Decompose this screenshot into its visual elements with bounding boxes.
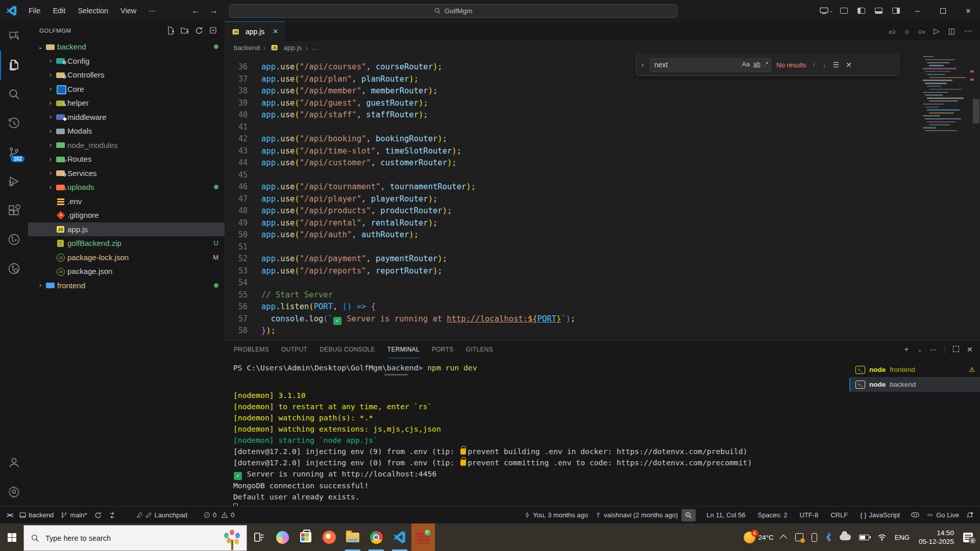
panel-tab-problems[interactable]: PROBLEMS xyxy=(234,341,269,358)
code-line-49[interactable]: 49app.use("/api/rental", rentalRouter); xyxy=(225,217,980,230)
tree-item-package-lock-json[interactable]: package-lock.jsonM xyxy=(28,251,225,265)
tree-item-backend[interactable]: ⌄backend xyxy=(28,40,225,54)
toggle-sidebar-icon[interactable] xyxy=(853,4,869,18)
menu-view[interactable]: View xyxy=(115,5,141,17)
breadcrumb-appjs[interactable]: app.js xyxy=(284,44,302,52)
menu-file[interactable]: File xyxy=(23,5,45,17)
activity-settings-icon[interactable] xyxy=(0,477,28,506)
find-in-selection-icon[interactable]: ☰ xyxy=(833,61,840,69)
panel-tab-ports[interactable]: PORTS xyxy=(432,341,454,358)
tree-item-package-json[interactable]: package.json xyxy=(28,264,225,279)
menu-more-button[interactable]: ⋯ xyxy=(143,5,161,17)
layout-grid-icon[interactable] xyxy=(836,4,851,18)
chrome-icon[interactable] xyxy=(364,523,388,551)
new-file-icon[interactable] xyxy=(166,27,175,35)
activity-gitlens-icon[interactable] xyxy=(0,254,28,283)
code-line-51[interactable]: 51 xyxy=(225,241,980,254)
workspace-indicator[interactable]: backend xyxy=(16,509,57,521)
regex-icon[interactable]: .* xyxy=(764,61,768,68)
editor-scrollbar[interactable] xyxy=(973,99,979,123)
code-line-42[interactable]: 42app.use("/api/booking", bookingRouter)… xyxy=(225,133,980,145)
tree-item-app-js[interactable]: app.js xyxy=(28,222,225,237)
tree-item-uploads[interactable]: ›uploads xyxy=(28,180,225,194)
problems-indicator[interactable]: 0 0 xyxy=(200,509,238,521)
chevron-right-icon[interactable]: › xyxy=(45,156,56,163)
chevron-right-icon[interactable]: › xyxy=(35,282,45,289)
code-line-47[interactable]: 47app.use("/api/player", playerRouter); xyxy=(225,193,980,206)
launchpad-indicator[interactable]: Launchpad xyxy=(133,509,191,521)
phone-link-icon[interactable] xyxy=(807,523,821,551)
code-line-38[interactable]: 38app.use("/api/member", memberRouter); xyxy=(225,85,980,97)
breadcrumb-backend[interactable]: backend xyxy=(234,44,260,52)
code-line-50[interactable]: 50app.use("/api/auth", authRouter); xyxy=(225,229,980,241)
sync-changes-icon[interactable] xyxy=(91,509,105,521)
code-editor[interactable]: 36app.use("/api/courses", courseRouter);… xyxy=(225,54,980,340)
minimap[interactable] xyxy=(923,56,972,137)
tree-item-node-modules[interactable]: ›node_modules xyxy=(28,138,225,153)
code-line-43[interactable]: 43app.use("/api/time-slot", timeSlotRout… xyxy=(225,145,980,158)
panel-tab-terminal[interactable]: TERMINAL xyxy=(387,341,420,358)
code-line-54[interactable]: 54 xyxy=(225,277,980,289)
code-line-52[interactable]: 52app.use("/api/payment", paymentRouter)… xyxy=(225,253,980,265)
chevron-right-icon[interactable]: › xyxy=(45,169,56,177)
bluetooth-icon[interactable] xyxy=(821,523,836,551)
code-line-58[interactable]: 58}); xyxy=(225,325,980,337)
chevron-right-icon[interactable]: › xyxy=(45,85,56,92)
find-expand-icon[interactable]: › xyxy=(641,61,645,68)
blame-indicator[interactable]: You, 3 months ago xyxy=(521,509,592,521)
tree-item-config[interactable]: ›Config xyxy=(28,54,225,68)
whole-word-icon[interactable]: ab xyxy=(753,61,761,68)
panel-more-icon[interactable]: ⋯ xyxy=(930,345,937,354)
terminal-output[interactable]: PS C:\Users\Admin\Desktop\GolfMgm\backen… xyxy=(225,358,849,506)
notification-center-icon[interactable]: 6 xyxy=(959,523,980,551)
go-live-indicator[interactable]: Go Live xyxy=(923,509,963,521)
find-previous-icon[interactable]: ↑ xyxy=(813,61,816,69)
encoding-indicator[interactable]: UTF-8 xyxy=(796,509,822,521)
start-button[interactable] xyxy=(0,523,23,551)
maximize-button[interactable] xyxy=(931,0,954,21)
chevron-right-icon[interactable]: › xyxy=(45,113,56,120)
next-change-icon[interactable]: ○› xyxy=(918,27,925,36)
terminal-instance-backend[interactable]: >_nodebackend xyxy=(849,377,980,392)
tree-item--env[interactable]: .env xyxy=(28,194,225,209)
activity-search-icon[interactable] xyxy=(0,80,28,109)
split-editor-icon[interactable]: ◫ xyxy=(948,27,955,36)
copilot-status-icon[interactable] xyxy=(908,509,923,521)
maximize-panel-icon[interactable] xyxy=(953,345,959,354)
code-line-44[interactable]: 44app.use("/api/customer", customerRoute… xyxy=(225,157,980,169)
taskbar-search[interactable]: Type here to search xyxy=(23,525,247,551)
toggle-secondary-sidebar-icon[interactable] xyxy=(888,4,903,18)
compare-changes-icon[interactable] xyxy=(105,509,119,521)
activity-accounts-icon[interactable] xyxy=(0,448,28,477)
firewall-app-icon[interactable] xyxy=(411,523,435,551)
breadcrumb-symbol[interactable]: … xyxy=(311,44,318,52)
tab-appjs[interactable]: app.js ✕ xyxy=(225,21,285,41)
indentation-indicator[interactable]: Spaces: 2 xyxy=(754,509,791,521)
microsoft-store-icon[interactable] xyxy=(294,523,317,551)
cursor-position-indicator[interactable]: Ln 11, Col 56 xyxy=(703,509,749,521)
task-view-button[interactable] xyxy=(247,523,271,551)
language-indicator[interactable]: { } JavaScript xyxy=(856,509,903,521)
tree-item-modals[interactable]: ›Modals xyxy=(28,124,225,138)
minimize-button[interactable]: ─ xyxy=(905,0,929,21)
editor-more-actions-icon[interactable]: ⋯ xyxy=(964,27,972,36)
tab-close-icon[interactable]: ✕ xyxy=(273,28,278,35)
chevron-right-icon[interactable]: › xyxy=(45,184,56,191)
code-line-41[interactable]: 41 xyxy=(225,121,980,134)
chevron-right-icon[interactable]: › xyxy=(45,71,56,79)
copilot-taskbar-icon[interactable] xyxy=(271,523,294,551)
postman-icon[interactable] xyxy=(317,523,341,551)
prev-change-icon[interactable]: ‹○ xyxy=(889,27,896,36)
find-close-icon[interactable]: ✕ xyxy=(846,61,852,69)
remote-indicator[interactable]: >< xyxy=(3,509,16,521)
chevron-right-icon[interactable]: › xyxy=(45,141,56,148)
zoom-out-indicator[interactable] xyxy=(681,509,696,521)
tree-item-services[interactable]: ›Services xyxy=(28,166,225,181)
code-line-48[interactable]: 48app.use("/api/products", productRouter… xyxy=(225,205,980,217)
match-case-icon[interactable]: Aa xyxy=(742,61,749,68)
activity-extensions-icon[interactable] xyxy=(0,196,28,225)
tree-item-core[interactable]: ›Core xyxy=(28,82,225,96)
sync-tray-icon[interactable] xyxy=(791,523,807,551)
vscode-taskbar-icon[interactable] xyxy=(388,523,411,551)
chevron-down-icon[interactable]: ⌄ xyxy=(35,43,45,51)
